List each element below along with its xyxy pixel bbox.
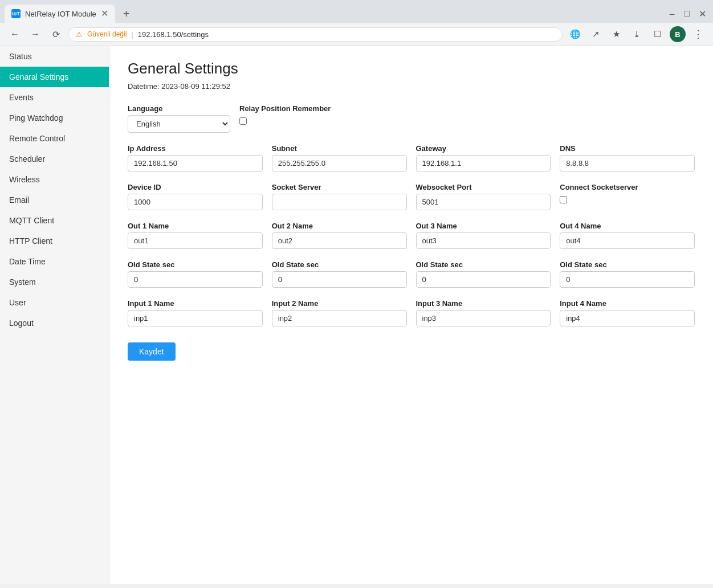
relay-position-label: Relay Position Remember: [239, 104, 695, 113]
websocket-port-group: Websocket Port: [416, 183, 551, 210]
sidebar-item-email[interactable]: Email: [0, 190, 109, 210]
ip-address-input[interactable]: [128, 155, 263, 172]
input3-name-input[interactable]: [416, 310, 551, 326]
old-state1-input[interactable]: [128, 271, 263, 288]
menu-button[interactable]: ⋮: [690, 26, 706, 42]
download-icon[interactable]: ⤓: [629, 26, 645, 42]
out4-name-label: Out 4 Name: [560, 222, 695, 230]
language-label: Language: [128, 104, 230, 113]
socket-server-label: Socket Server: [272, 183, 407, 191]
address-bar[interactable]: ⚠ Güvenli değil | 192.168.1.50/settings: [68, 27, 563, 42]
gateway-label: Gateway: [416, 144, 551, 153]
tab-title: NetRelay IOT Module: [25, 10, 96, 18]
out2-name-input[interactable]: [272, 232, 407, 249]
form-row-language: Language English Turkish Relay Position …: [128, 104, 695, 133]
forward-button[interactable]: →: [27, 26, 43, 42]
save-button[interactable]: Kaydet: [128, 342, 176, 361]
websocket-port-input[interactable]: [416, 194, 551, 210]
dns-input[interactable]: [560, 155, 695, 172]
sidebar-item-remote-control[interactable]: Remote Control: [0, 128, 109, 149]
datetime-label: Datetime:: [128, 82, 160, 91]
url-display: 192.168.1.50/settings: [138, 30, 209, 39]
translate-icon[interactable]: 🌐: [567, 26, 583, 42]
input3-name-group: Input 3 Name: [416, 299, 551, 326]
sidebar-item-wireless[interactable]: Wireless: [0, 169, 109, 190]
socket-server-group: Socket Server: [272, 183, 407, 210]
minimize-button[interactable]: ‒: [669, 9, 675, 19]
out4-name-input[interactable]: [560, 232, 695, 249]
connect-socketserver-checkbox[interactable]: [560, 196, 567, 203]
reload-button[interactable]: ⟳: [48, 26, 64, 42]
language-group: Language English Turkish: [128, 104, 230, 133]
back-button[interactable]: ←: [7, 26, 23, 42]
connect-socketserver-checkbox-row: [560, 196, 695, 203]
relay-position-group: Relay Position Remember: [239, 104, 695, 125]
input2-name-group: Input 2 Name: [272, 299, 407, 326]
old-state4-group: Old State sec: [560, 260, 695, 288]
bookmark-icon[interactable]: ★: [608, 26, 624, 42]
out2-name-group: Out 2 Name: [272, 222, 407, 249]
datetime-value: 2023-08-09 11:29:52: [161, 82, 230, 91]
sidebar: Status Genaral Settings Events Ping Watc…: [0, 46, 109, 584]
relay-position-checkbox[interactable]: [239, 117, 247, 125]
language-select[interactable]: English Turkish: [128, 115, 230, 133]
websocket-port-label: Websocket Port: [416, 183, 551, 191]
old-state2-input[interactable]: [272, 271, 407, 288]
input2-name-input[interactable]: [272, 310, 407, 326]
old-state3-label: Old State sec: [416, 260, 551, 269]
sidebar-item-date-time[interactable]: Date Time: [0, 251, 109, 272]
subnet-label: Subnet: [272, 144, 407, 153]
socket-server-input[interactable]: [272, 194, 407, 210]
sidebar-item-general-settings[interactable]: Genaral Settings: [0, 67, 109, 87]
old-state2-label: Old State sec: [272, 260, 407, 269]
old-state3-input[interactable]: [416, 271, 551, 288]
subnet-input[interactable]: [272, 155, 407, 172]
dns-group: DNS: [560, 144, 695, 172]
sidebar-item-ping-watchdog[interactable]: Ping Watchdog: [0, 108, 109, 128]
input4-name-group: Input 4 Name: [560, 299, 695, 326]
old-state3-group: Old State sec: [416, 260, 551, 288]
restore-button[interactable]: □: [684, 9, 690, 19]
tab-close-button[interactable]: ✕: [101, 9, 108, 18]
sidebar-item-events[interactable]: Events: [0, 87, 109, 108]
old-state4-input[interactable]: [560, 271, 695, 288]
connect-socketserver-label: Connect Socketserver: [560, 183, 695, 191]
device-id-input[interactable]: [128, 194, 263, 210]
profile-button[interactable]: B: [670, 26, 686, 42]
tab-bar-controls: ‒ □ ✕: [669, 9, 708, 19]
form-row-out-names: Out 1 Name Out 2 Name Out 3 Name Out 4 N…: [128, 222, 695, 249]
input1-name-input[interactable]: [128, 310, 263, 326]
sidebar-item-logout[interactable]: Logout: [0, 313, 109, 333]
datetime-row: Datetime: 2023-08-09 11:29:52: [128, 82, 695, 91]
sidebar-item-mqtt-client[interactable]: MQTT Client: [0, 210, 109, 231]
sidebar-item-scheduler[interactable]: Scheduler: [0, 149, 109, 169]
out4-name-group: Out 4 Name: [560, 222, 695, 249]
old-state2-group: Old State sec: [272, 260, 407, 288]
input1-name-group: Input 1 Name: [128, 299, 263, 326]
old-state1-group: Old State sec: [128, 260, 263, 288]
ip-address-group: Ip Address: [128, 144, 263, 172]
close-window-button[interactable]: ✕: [699, 9, 706, 19]
new-tab-button[interactable]: +: [120, 7, 133, 21]
out3-name-input[interactable]: [416, 232, 551, 249]
input4-name-input[interactable]: [560, 310, 695, 326]
sidebar-item-status[interactable]: Status: [0, 46, 109, 67]
address-bar-row: ← → ⟳ ⚠ Güvenli değil | 192.168.1.50/set…: [0, 23, 713, 46]
sidebar-toggle-icon[interactable]: ☐: [649, 26, 665, 42]
toolbar-icons: 🌐 ↗ ★ ⤓ ☐ B ⋮: [567, 26, 706, 42]
out2-name-label: Out 2 Name: [272, 222, 407, 230]
sidebar-item-system[interactable]: System: [0, 272, 109, 292]
share-icon[interactable]: ↗: [588, 26, 604, 42]
out1-name-input[interactable]: [128, 232, 263, 249]
relay-position-checkbox-row: [239, 117, 695, 125]
sidebar-item-user[interactable]: User: [0, 292, 109, 313]
active-tab[interactable]: IoT NetRelay IOT Module ✕: [5, 5, 115, 23]
not-secure-label: Güvenli değil: [87, 30, 127, 38]
tab-favicon: IoT: [11, 9, 21, 18]
browser-chrome: IoT NetRelay IOT Module ✕ + ‒ □ ✕ ← → ⟳ …: [0, 0, 713, 46]
input4-name-label: Input 4 Name: [560, 299, 695, 308]
sidebar-item-http-client[interactable]: HTTP Client: [0, 231, 109, 251]
form-row-old-state: Old State sec Old State sec Old State se…: [128, 260, 695, 288]
out1-name-group: Out 1 Name: [128, 222, 263, 249]
gateway-input[interactable]: [416, 155, 551, 172]
